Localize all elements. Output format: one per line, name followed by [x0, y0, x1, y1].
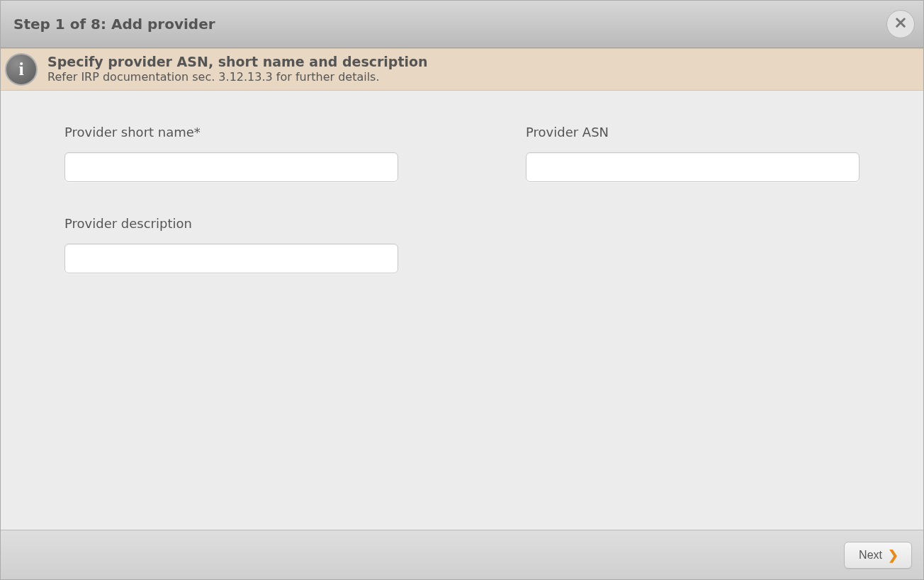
close-button[interactable] — [886, 10, 915, 38]
label-provider-short-name: Provider short name* — [64, 125, 398, 140]
field-provider-description: Provider description — [64, 216, 398, 273]
info-banner: i Specify provider ASN, short name and d… — [1, 48, 923, 91]
titlebar: Step 1 of 8: Add provider — [1, 1, 923, 48]
info-banner-title: Specify provider ASN, short name and des… — [47, 54, 428, 71]
info-text: Specify provider ASN, short name and des… — [47, 54, 428, 86]
field-provider-asn: Provider ASN — [526, 125, 860, 182]
chevron-right-icon: ❯ — [888, 549, 898, 562]
close-icon — [894, 16, 907, 32]
input-provider-asn[interactable] — [526, 152, 860, 182]
label-provider-asn: Provider ASN — [526, 125, 860, 140]
dialog-footer: Next ❯ — [1, 530, 923, 579]
info-icon: i — [5, 53, 38, 86]
field-provider-short-name: Provider short name* — [64, 125, 398, 182]
next-button-label: Next — [859, 549, 882, 562]
input-provider-short-name[interactable] — [64, 152, 398, 182]
label-provider-description: Provider description — [64, 216, 398, 231]
dialog-title: Step 1 of 8: Add provider — [13, 16, 215, 33]
wizard-dialog: Step 1 of 8: Add provider i Specify prov… — [0, 0, 924, 580]
form-body: Provider short name* Provider ASN Provid… — [1, 91, 923, 530]
info-banner-subtitle: Refer IRP documentation sec. 3.12.13.3 f… — [47, 70, 428, 85]
next-button[interactable]: Next ❯ — [844, 542, 912, 569]
input-provider-description[interactable] — [64, 244, 398, 273]
